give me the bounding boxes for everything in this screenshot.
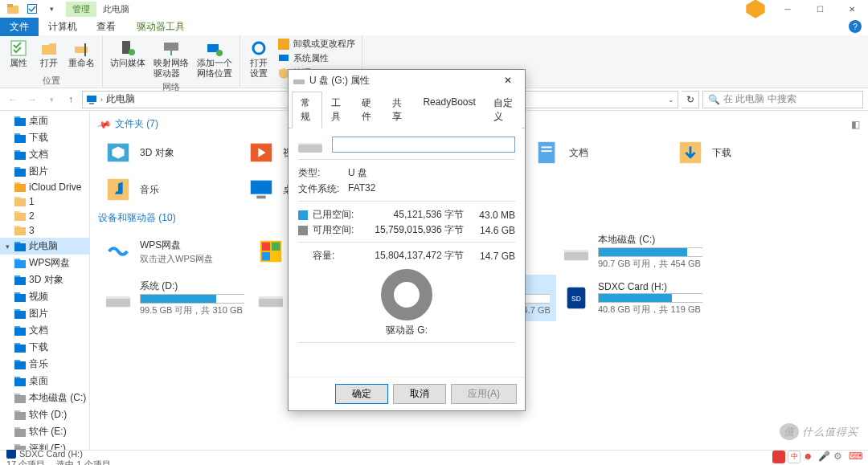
checkbox-icon[interactable] xyxy=(24,2,40,16)
sidebar-item[interactable]: 本地磁盘 (C:) xyxy=(0,390,89,406)
sidebar-item[interactable]: 文档 xyxy=(0,146,89,163)
svg-rect-73 xyxy=(256,196,265,199)
sidebar-item[interactable]: 文档 xyxy=(0,322,89,339)
dialog-tab[interactable]: 共享 xyxy=(383,92,414,128)
sidebar-item[interactable]: 视频 xyxy=(0,288,89,305)
sidebar-item[interactable]: 图片 xyxy=(0,163,89,180)
dialog-tab[interactable]: 硬件 xyxy=(353,92,383,128)
item-sub: 40.8 GB 可用，共 119 GB xyxy=(598,304,702,316)
qat-dropdown-icon[interactable]: ▾ xyxy=(43,2,59,16)
drive-icon xyxy=(257,284,285,312)
svg-rect-83 xyxy=(106,298,130,307)
ribbon-rename[interactable]: 重命名 xyxy=(66,37,97,70)
svg-rect-4 xyxy=(11,41,26,55)
sidebar-item[interactable]: 图片 xyxy=(0,305,89,322)
device-item[interactable]: 系统 (D:)99.5 GB 可用，共 310 GB xyxy=(98,275,251,321)
device-item[interactable]: SDSDXC Card (H:)40.8 GB 可用，共 119 GB xyxy=(556,275,709,321)
minimize-button[interactable]: ─ xyxy=(772,0,804,18)
sidebar-item[interactable]: 下载 xyxy=(0,339,89,356)
checklist-icon xyxy=(7,39,30,58)
sidebar-item[interactable]: 软件 (D:) xyxy=(0,406,89,423)
help-button[interactable]: ? xyxy=(849,20,862,33)
sidebar-item[interactable]: iCloud Drive xyxy=(0,180,89,194)
svg-rect-81 xyxy=(564,251,588,260)
maximize-button[interactable]: ☐ xyxy=(804,0,836,18)
history-dropdown[interactable]: ▾ xyxy=(43,92,59,108)
sidebar-footer-item[interactable]: SDXC Card (H:) xyxy=(6,449,111,459)
refresh-button[interactable]: ↻ xyxy=(682,91,699,108)
dialog-titlebar[interactable]: U 盘 (G:) 属性 ✕ xyxy=(289,70,525,91)
pin-ime-icon[interactable] xyxy=(772,451,785,463)
ribbon-media[interactable]: 访问媒体 xyxy=(108,37,148,70)
pin-mic-icon[interactable]: 🎤 xyxy=(818,451,831,463)
svg-rect-6 xyxy=(84,43,86,56)
sidebar-item[interactable]: 2 xyxy=(0,209,89,223)
pin-emoji-icon[interactable]: ☻ xyxy=(803,451,816,463)
drive-name-input[interactable] xyxy=(332,137,515,153)
cancel-button[interactable]: 取消 xyxy=(393,384,446,404)
tab-computer[interactable]: 计算机 xyxy=(39,18,87,36)
dialog-tab[interactable]: 常规 xyxy=(292,92,322,128)
tab-file[interactable]: 文件 xyxy=(0,18,39,36)
tab-drive-tools[interactable]: 驱动器工具 xyxy=(127,18,194,36)
sidebar-item[interactable]: 3 xyxy=(0,223,89,238)
sidebar-item[interactable]: 音乐 xyxy=(0,356,89,373)
folder-item[interactable]: 3D 对象 xyxy=(98,134,241,171)
ribbon-settings[interactable]: 打开 设置 xyxy=(245,37,272,80)
apply-button[interactable]: 应用(A) xyxy=(451,384,517,404)
pin-lang-icon[interactable]: 中 xyxy=(788,451,800,463)
window-controls: ─ ☐ ✕ xyxy=(772,0,868,18)
folder-item[interactable]: 音乐 xyxy=(98,171,241,208)
dialog-tabs: 常规工具硬件共享ReadyBoost自定义 xyxy=(289,91,525,128)
up-button[interactable]: ↑ xyxy=(63,92,79,108)
forward-button[interactable]: → xyxy=(24,92,40,108)
svg-rect-68 xyxy=(541,146,551,148)
map-drive-icon xyxy=(160,39,182,58)
pin-gear-icon[interactable]: ⚙ xyxy=(833,451,846,463)
close-button[interactable]: ✕ xyxy=(836,0,868,18)
ribbon-uninstall[interactable]: 卸载或更改程序 xyxy=(276,37,357,51)
ribbon-add-network[interactable]: 添加一个 网络位置 xyxy=(194,37,235,80)
ribbon-open[interactable]: 打开 xyxy=(35,37,63,70)
sidebar-item[interactable]: WPS网盘 xyxy=(0,255,89,271)
sidebar-item[interactable]: ▾此电脑 xyxy=(0,238,89,255)
svg-point-12 xyxy=(253,43,264,54)
download-icon xyxy=(677,139,704,166)
device-item[interactable]: 本地磁盘 (C:)90.7 GB 可用，共 454 GB xyxy=(556,228,709,275)
addr-dropdown-icon[interactable]: ⌄ xyxy=(668,96,674,104)
free-bytes: 15,759,015,936 字节 xyxy=(359,223,464,237)
sidebar-item[interactable]: 桌面 xyxy=(0,373,89,390)
sd-icon: SD xyxy=(563,284,590,312)
dialog-close-button[interactable]: ✕ xyxy=(496,72,520,88)
group-folders-header[interactable]: 文件夹 (7) xyxy=(115,114,158,134)
tab-view[interactable]: 查看 xyxy=(87,18,125,36)
pin-icon[interactable]: 📌 xyxy=(96,116,113,133)
show-panel-icon[interactable]: ◧ xyxy=(851,119,860,130)
sidebar-item[interactable]: 桌面 xyxy=(0,112,89,129)
dialog-tab[interactable]: 自定义 xyxy=(485,92,522,128)
dialog-tab[interactable]: 工具 xyxy=(322,92,353,128)
ribbon-map-drive[interactable]: 映射网络 驱动器 xyxy=(151,37,191,80)
sidebar-item[interactable]: 评判 (F:) xyxy=(0,440,89,450)
device-item[interactable]: WPS网盘双击进入WPS网盘 xyxy=(98,228,251,275)
dialog-tab[interactable]: ReadyBoost xyxy=(414,92,484,128)
ribbon-properties[interactable]: 属性 xyxy=(5,37,32,70)
ribbon-sys-props[interactable]: 系统属性 xyxy=(276,51,357,66)
sidebar-item[interactable]: 下载 xyxy=(0,129,89,146)
svg-rect-56 xyxy=(14,427,20,430)
ok-button[interactable]: 确定 xyxy=(335,384,388,404)
monitor-icon xyxy=(277,52,290,65)
back-button[interactable]: ← xyxy=(5,92,21,108)
folder-item[interactable]: 下载 xyxy=(670,134,813,171)
search-input[interactable]: 🔍 在 此电脑 中搜索 xyxy=(702,91,863,108)
pin-keyboard-icon[interactable]: ⌨ xyxy=(849,451,862,463)
svg-rect-38 xyxy=(14,275,20,279)
used-hr: 43.0 MB xyxy=(469,210,515,221)
sidebar-item[interactable]: 软件 (E:) xyxy=(0,423,89,440)
folder-item[interactable]: 文档 xyxy=(527,134,670,171)
sidebar-item[interactable]: 1 xyxy=(0,194,89,209)
sidebar-item[interactable]: 3D 对象 xyxy=(0,271,89,288)
context-tab-manage[interactable]: 管理 xyxy=(66,2,96,17)
sidebar[interactable]: 桌面下载文档图片iCloud Drive123▾此电脑WPS网盘3D 对象视频图… xyxy=(0,111,90,450)
statusbar: SDXC Card (H:) 17 个项目选中 1 个项目 xyxy=(0,450,868,465)
